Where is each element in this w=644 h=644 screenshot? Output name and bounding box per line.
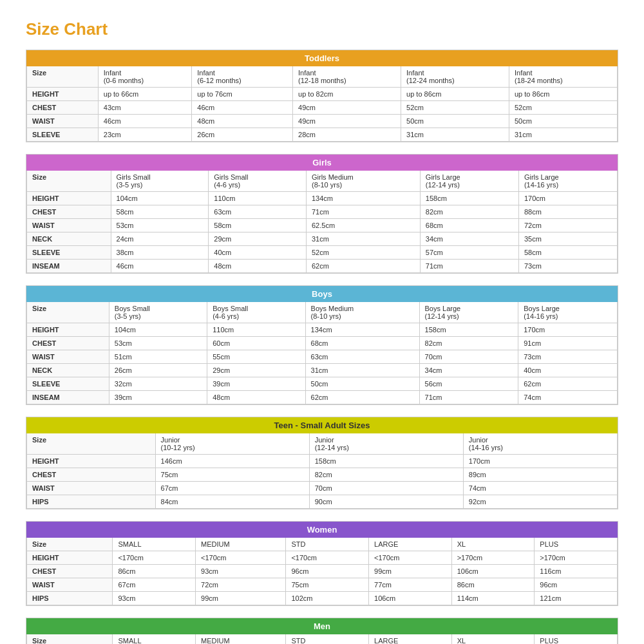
row-value: 91cm — [518, 337, 618, 350]
row-value: 50cm — [509, 115, 618, 128]
row-value: <170cm — [196, 551, 286, 565]
row-value: 106cm — [451, 565, 535, 578]
row-value: 110cm — [207, 323, 305, 337]
row-value: 146cm — [155, 455, 309, 468]
row-label: HEIGHT — [27, 455, 156, 468]
row-value: 53cm — [111, 219, 209, 232]
row-value: 31cm — [305, 364, 419, 377]
row-label: HEIGHT — [27, 323, 109, 337]
women-col-5: XL — [451, 538, 535, 551]
row-value: 84cm — [155, 495, 309, 509]
men-table: SizeSMALLMEDIUMSTDLARGEXLPLUSHEIGHT<180c… — [26, 634, 618, 644]
teen-col-0: Size — [27, 433, 156, 455]
section-teen: Teen - Small Adult SizesSizeJunior (10-1… — [26, 417, 618, 509]
table-row: SLEEVE38cm40cm52cm57cm58cm — [27, 246, 618, 260]
row-value: 72cm — [518, 219, 617, 232]
table-row: CHEST53cm60cm68cm82cm91cm — [27, 337, 618, 350]
table-row: WAIST67cm70cm74cm — [27, 482, 618, 495]
row-label: CHEST — [27, 101, 99, 115]
row-label: HIPS — [27, 592, 113, 605]
row-value: 104cm — [109, 323, 207, 337]
row-value: 48cm — [192, 115, 293, 128]
row-value: 38cm — [111, 246, 209, 260]
girls-col-5: Girls Large (14-16 yrs) — [518, 171, 617, 192]
row-value: 39cm — [207, 377, 305, 391]
row-value: 62cm — [518, 377, 618, 391]
row-value: 68cm — [420, 219, 518, 232]
toddlers-col-1: Infant (0-6 months) — [98, 66, 192, 88]
row-value: 106cm — [369, 592, 452, 605]
women-col-4: LARGE — [369, 538, 452, 551]
girls-col-4: Girls Large (12-14 yrs) — [420, 171, 518, 192]
boys-col-4: Boys Large (12-14 yrs) — [419, 302, 518, 323]
row-value: 46cm — [111, 260, 209, 273]
row-label: INSEAM — [27, 391, 109, 404]
row-value: 58cm — [111, 205, 209, 219]
row-value: 48cm — [209, 260, 307, 273]
row-value: <170cm — [286, 551, 369, 565]
toddlers-col-4: Infant (12-24 months) — [401, 66, 509, 88]
row-value: 62cm — [305, 391, 419, 404]
row-value: up to 66cm — [98, 88, 192, 101]
row-value: 28cm — [293, 128, 401, 142]
row-label: NECK — [27, 232, 111, 246]
men-col-6: PLUS — [535, 634, 618, 644]
row-value: 99cm — [196, 592, 286, 605]
row-value: 82cm — [309, 468, 463, 482]
women-col-6: PLUS — [535, 538, 618, 551]
row-label: CHEST — [27, 337, 109, 350]
row-value: 24cm — [111, 232, 209, 246]
row-value: 62.5cm — [307, 219, 421, 232]
row-value: 31cm — [401, 128, 509, 142]
toddlers-col-2: Infant (6-12 months) — [192, 66, 293, 88]
row-value: 39cm — [109, 391, 207, 404]
teen-table: SizeJunior (10-12 yrs)Junior (12-14 yrs)… — [26, 433, 618, 509]
row-value: 158cm — [420, 192, 518, 205]
girls-col-0: Size — [27, 171, 111, 192]
table-row: HIPS93cm99cm102cm106cm114cm121cm — [27, 592, 618, 605]
row-label: SLEEVE — [27, 128, 99, 142]
table-row: WAIST46cm48cm49cm50cm50cm — [27, 115, 618, 128]
men-col-1: SMALL — [113, 634, 196, 644]
row-value: 49cm — [293, 101, 401, 115]
row-value: 77cm — [369, 578, 452, 592]
row-value: 90cm — [309, 495, 463, 509]
row-value: 63cm — [305, 350, 419, 364]
row-label: HEIGHT — [27, 88, 99, 101]
table-row: INSEAM46cm48cm62cm71cm73cm — [27, 260, 618, 273]
row-value: 50cm — [305, 377, 419, 391]
table-row: CHEST58cm63cm71cm82cm88cm — [27, 205, 618, 219]
boys-header: Boys — [26, 286, 618, 302]
row-value: 134cm — [307, 192, 421, 205]
row-value: 170cm — [463, 455, 617, 468]
row-value: 99cm — [369, 565, 452, 578]
men-header: Men — [26, 618, 618, 634]
row-value: 88cm — [518, 205, 617, 219]
teen-col-1: Junior (10-12 yrs) — [155, 433, 309, 455]
row-value: 53cm — [109, 337, 207, 350]
row-value: 73cm — [518, 260, 617, 273]
row-value: 121cm — [535, 592, 618, 605]
row-value: 67cm — [155, 482, 309, 495]
row-value: 49cm — [293, 115, 401, 128]
row-value: 58cm — [209, 219, 307, 232]
row-label: CHEST — [27, 205, 111, 219]
row-value: 62cm — [307, 260, 421, 273]
row-value: 46cm — [98, 115, 192, 128]
row-value: 29cm — [207, 364, 305, 377]
row-value: 170cm — [518, 323, 618, 337]
row-label: HEIGHT — [27, 192, 111, 205]
row-value: 82cm — [420, 205, 518, 219]
row-value: 58cm — [518, 246, 617, 260]
boys-col-3: Boys Medium (8-10 yrs) — [305, 302, 419, 323]
row-value: 32cm — [109, 377, 207, 391]
toddlers-header: Toddlers — [26, 50, 618, 66]
boys-col-2: Boys Small (4-6 yrs) — [207, 302, 305, 323]
row-value: >170cm — [535, 551, 618, 565]
row-value: 158cm — [309, 455, 463, 468]
row-value: 104cm — [111, 192, 209, 205]
section-men: MenSizeSMALLMEDIUMSTDLARGEXLPLUSHEIGHT<1… — [26, 618, 618, 644]
teen-header: Teen - Small Adult Sizes — [26, 417, 618, 433]
teen-col-2: Junior (12-14 yrs) — [309, 433, 463, 455]
row-value: 34cm — [419, 364, 518, 377]
